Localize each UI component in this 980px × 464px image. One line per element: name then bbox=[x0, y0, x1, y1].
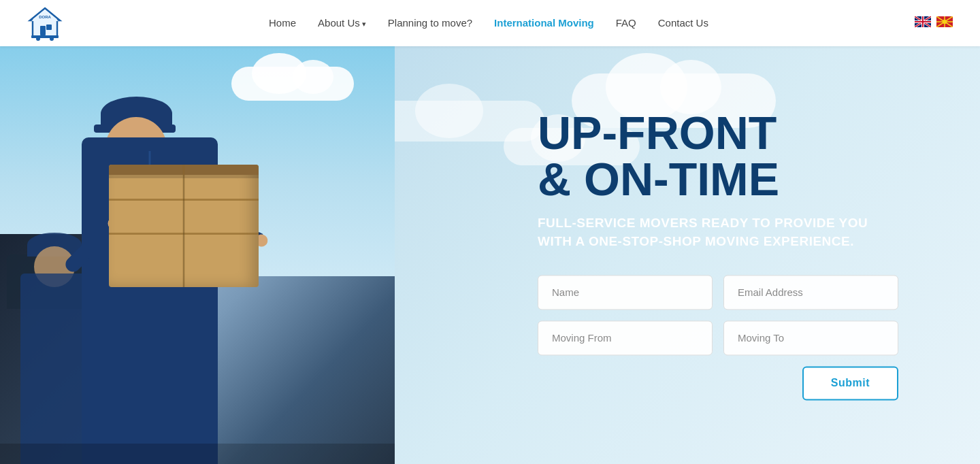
nav-item-home[interactable]: Home bbox=[269, 17, 296, 29]
logo[interactable]: DORA bbox=[27, 5, 63, 41]
svg-point-5 bbox=[36, 37, 40, 41]
mk-flag-icon bbox=[936, 16, 953, 27]
nav-item-contact[interactable]: Contact Us bbox=[658, 17, 708, 29]
nav-links: Home About Us Planning to move? Internat… bbox=[269, 17, 708, 29]
nav-link-contact[interactable]: Contact Us bbox=[658, 17, 708, 29]
nav-link-faq[interactable]: FAQ bbox=[616, 17, 636, 29]
nav-item-planning[interactable]: Planning to move? bbox=[388, 17, 472, 29]
nav-item-international[interactable]: International Moving bbox=[494, 17, 594, 29]
nav-link-home[interactable]: Home bbox=[269, 17, 296, 29]
flag-uk[interactable] bbox=[915, 16, 931, 30]
contact-form: Submit bbox=[538, 276, 898, 401]
hero-section: UP-FRONT & ON-TIME FULL-SERVICE MOVERS R… bbox=[0, 46, 980, 464]
hero-subtitle: FULL-SERVICE MOVERS READY TO PROVIDE YOU… bbox=[538, 214, 898, 250]
photo-cloud bbox=[231, 67, 354, 101]
svg-rect-2 bbox=[40, 26, 46, 35]
hero-content: UP-FRONT & ON-TIME FULL-SERVICE MOVERS R… bbox=[538, 110, 898, 400]
ground-shadow bbox=[0, 444, 395, 464]
name-input[interactable] bbox=[538, 276, 713, 310]
email-input[interactable] bbox=[723, 276, 898, 310]
svg-rect-4 bbox=[31, 35, 59, 38]
nav-item-faq[interactable]: FAQ bbox=[616, 17, 636, 29]
language-flags bbox=[915, 16, 953, 30]
svg-text:DORA: DORA bbox=[39, 15, 51, 19]
navbar: DORA Home About Us Planning to move? Int… bbox=[0, 0, 980, 46]
nav-link-about[interactable]: About Us bbox=[318, 17, 366, 29]
hero-title: UP-FRONT & ON-TIME bbox=[538, 110, 898, 202]
flag-mk[interactable] bbox=[936, 16, 953, 30]
svg-rect-16 bbox=[915, 21, 931, 22]
moving-box bbox=[109, 165, 259, 287]
worker2-body bbox=[20, 274, 88, 464]
nav-link-international[interactable]: International Moving bbox=[494, 17, 594, 29]
hero-photo bbox=[0, 46, 395, 464]
logo-icon: DORA bbox=[27, 5, 63, 41]
svg-point-6 bbox=[50, 37, 54, 41]
moving-from-input[interactable] bbox=[538, 321, 713, 356]
svg-rect-3 bbox=[46, 24, 52, 30]
nav-item-about[interactable]: About Us bbox=[318, 17, 366, 29]
uk-flag-icon bbox=[915, 16, 931, 27]
submit-row: Submit bbox=[723, 367, 898, 401]
submit-button[interactable]: Submit bbox=[802, 367, 898, 401]
cloud-3 bbox=[374, 101, 544, 142]
nav-link-planning[interactable]: Planning to move? bbox=[388, 17, 472, 29]
moving-to-input[interactable] bbox=[723, 321, 898, 356]
